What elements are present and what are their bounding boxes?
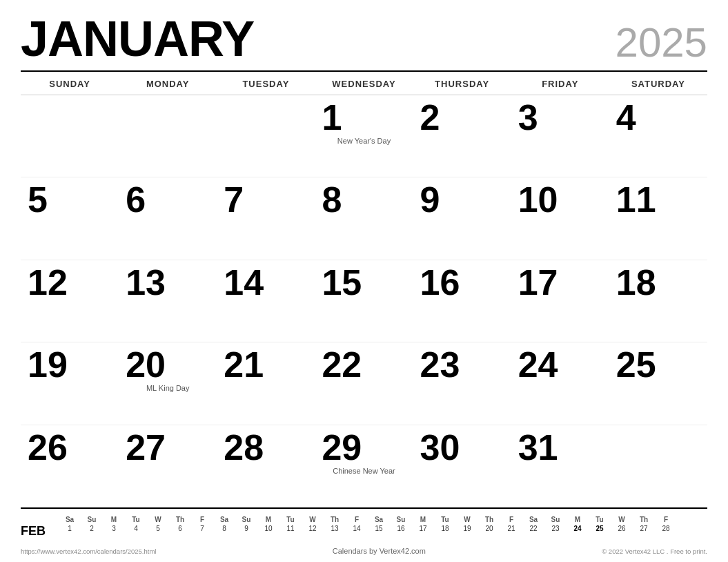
mini-day-cell: 9 [235,523,257,534]
cell-date-number: 8 [322,182,342,217]
calendar-cell [21,95,119,177]
mini-day-header: Tu [434,516,456,523]
mini-day-header: Th [324,516,346,523]
cell-event-label: New Year's Day [322,137,406,145]
calendar-cell: 4 [609,95,707,177]
calendar-cell: 30 [413,425,511,507]
mini-day-cell: 21 [500,523,522,534]
day-header-tue: TUESDAY [217,76,315,92]
mini-day-header: W [611,516,633,523]
calendar-cell: 5 [21,177,119,260]
mini-day-cell: 28 [655,523,677,534]
cell-date-number: 20 [126,347,166,382]
mini-day-cell: 14 [346,523,368,534]
mini-day-cell: 19 [456,523,478,534]
day-header-mon: MONDAY [119,76,217,92]
mini-day-cell: 3 [103,523,125,534]
calendar-cell: 19 [21,342,119,425]
days-header: SUNDAY MONDAY TUESDAY WEDNESDAY THURSDAY… [21,70,707,92]
mini-day-header: Sa [368,516,390,523]
mini-day-cell: 20 [478,523,500,534]
mini-day-header: Su [81,516,103,523]
mini-day-header: F [500,516,522,523]
calendar-cell: 25 [609,342,707,425]
calendar-cell: 14 [217,260,315,342]
month-title: JANUARY [21,14,254,64]
mini-day-header: Su [544,516,567,523]
cell-date-number: 10 [518,182,558,217]
day-header-sat: SATURDAY [609,76,707,92]
calendar-cell: 7 [217,177,315,260]
mini-day-cell: 17 [412,523,434,534]
mini-day-header: F [191,516,213,523]
day-header-wed: WEDNESDAY [315,76,413,92]
calendar-cell: 27 [119,425,217,507]
mini-day-cell: 4 [125,523,147,534]
mini-day-header: M [567,516,589,523]
calendar-cell: 9 [413,177,511,260]
mini-day-cell: 23 [544,523,567,534]
calendar-cell: 1New Year's Day [315,95,413,177]
mini-day-header: Tu [589,516,611,523]
cell-date-number: 5 [28,182,48,217]
calendar-cell: 11 [609,177,707,260]
mini-day-header: Th [169,516,191,523]
footer-center: Calendars by Vertex42.com [333,547,426,555]
mini-day-header: Su [235,516,257,523]
cell-date-number: 21 [224,347,264,382]
mini-day-cell: 22 [522,523,544,534]
mini-day-cell: 7 [191,523,213,534]
cell-date-number: 25 [616,347,656,382]
day-header-thu: THURSDAY [413,76,511,92]
calendar-grid: 1New Year's Day2345678910111213141516171… [21,95,707,507]
cell-date-number: 9 [420,182,440,217]
mini-day-header: W [456,516,478,523]
mini-day-cell: 16 [390,523,412,534]
mini-day-cell: 5 [147,523,169,534]
mini-day-cell: 18 [434,523,456,534]
cell-date-number: 29 [322,429,362,465]
mini-calendar-section: FEB SaSuMTuWThFSaSuMTuWThFSaSuMTuWThFSaS… [21,507,707,543]
mini-day-header: M [103,516,125,523]
day-header-sun: SUNDAY [21,76,119,92]
cell-date-number: 15 [322,264,362,300]
mini-day-cell: 11 [279,523,302,534]
cell-date-number: 18 [616,264,656,300]
calendar-cell [119,95,217,177]
cell-date-number: 22 [322,347,362,382]
mini-day-header: Tu [279,516,302,523]
mini-day-header: F [346,516,368,523]
mini-day-cell: 24 [567,523,589,534]
header-row: JANUARY 2025 [21,14,707,64]
mini-day-header: Tu [125,516,147,523]
calendar-cell: 31 [511,425,609,507]
year-title: 2025 [616,22,707,64]
mini-day-header: Sa [213,516,235,523]
calendar-cell: 13 [119,260,217,342]
mini-day-cell: 13 [324,523,346,534]
cell-date-number: 19 [28,347,68,382]
mini-day-header: W [147,516,169,523]
cell-date-number: 30 [420,429,460,465]
calendar-container: JANUARY 2025 SUNDAY MONDAY TUESDAY WEDNE… [0,0,728,562]
mini-day-header: Sa [522,516,544,523]
cell-date-number: 12 [28,264,68,300]
cell-date-number: 26 [28,429,68,465]
cell-date-number: 16 [420,264,460,300]
cell-date-number: 3 [518,99,538,135]
cell-date-number: 1 [322,99,342,135]
mini-day-cell: 6 [169,523,191,534]
cell-date-number: 31 [518,429,558,465]
mini-month-label: FEB [21,524,52,539]
calendar-cell: 3 [511,95,609,177]
mini-day-cell: 27 [633,523,655,534]
cell-date-number: 28 [224,429,264,465]
cell-date-number: 14 [224,264,264,300]
calendar-cell [609,425,707,507]
cell-event-label: ML King Day [126,384,210,392]
mini-day-cell: 1 [59,523,81,534]
day-header-fri: FRIDAY [511,76,609,92]
calendar-cell: 10 [511,177,609,260]
mini-day-header: M [412,516,434,523]
cell-date-number: 27 [126,429,166,465]
